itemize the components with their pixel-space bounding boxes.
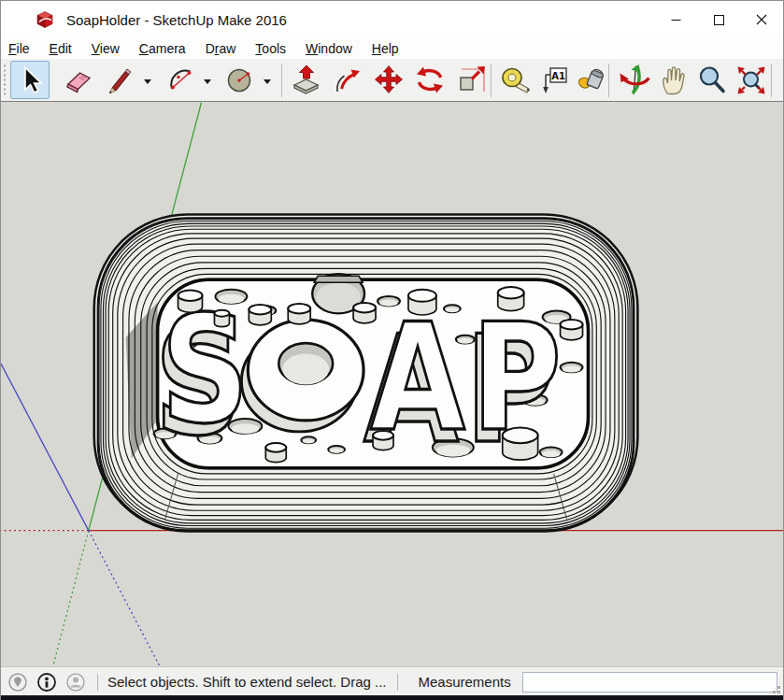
sign-in-icon[interactable]	[65, 672, 86, 693]
select-icon	[13, 64, 47, 97]
text-icon: A1	[538, 64, 572, 97]
menu-help[interactable]: Help	[365, 39, 406, 58]
follow-me-icon	[331, 64, 364, 97]
orbit-icon	[619, 64, 652, 97]
window-controls	[654, 1, 783, 38]
circle-tool-dropdown[interactable]	[261, 76, 274, 87]
line-tool-button[interactable]	[100, 61, 139, 99]
text-tool-label: A1	[551, 70, 565, 80]
viewport[interactable]: S A P S A P	[1, 102, 783, 666]
toolbar-separator	[281, 64, 282, 97]
circle-tool-button[interactable]	[221, 61, 261, 99]
arc-icon	[164, 64, 198, 97]
close-button[interactable]	[740, 1, 783, 38]
text-tool-button[interactable]: A1	[535, 61, 575, 99]
minimize-button[interactable]	[654, 1, 697, 38]
arc-tool-button[interactable]	[162, 61, 201, 99]
toolbar-grip[interactable]	[3, 64, 7, 97]
maximize-button[interactable]	[697, 1, 740, 38]
line-icon	[103, 64, 136, 97]
sketchup-logo-icon	[36, 10, 54, 29]
menu-edit[interactable]: Edit	[43, 39, 78, 58]
zoom-tool-button[interactable]	[692, 61, 732, 99]
scale-icon	[454, 64, 488, 97]
pan-icon	[658, 64, 691, 97]
scale-tool-button[interactable]	[451, 61, 491, 99]
zoom-extents-icon	[734, 64, 768, 97]
zoom-icon	[695, 64, 729, 97]
menu-view[interactable]: View	[85, 39, 126, 58]
circle-icon	[224, 64, 258, 97]
menu-file[interactable]: File	[2, 39, 36, 58]
letter-o	[248, 320, 363, 421]
minimize-icon	[671, 15, 681, 25]
measurements-label: Measurements	[418, 674, 510, 690]
maximize-icon	[714, 15, 724, 25]
toolbar-separator	[491, 64, 492, 97]
geolocation-icon[interactable]	[7, 672, 28, 693]
menu-tools[interactable]: Tools	[249, 39, 292, 58]
toolbar-separator	[771, 64, 772, 97]
toolbar: A1	[1, 59, 783, 102]
letter-s: S	[161, 284, 249, 456]
select-tool-button[interactable]	[10, 61, 50, 99]
push-pull-icon	[290, 64, 323, 97]
statusbar-separator	[97, 674, 98, 691]
paint-bucket-tool-button[interactable]	[571, 61, 610, 99]
window-title: SoapHolder - SketchUp Make 2016	[66, 12, 287, 28]
menu-camera[interactable]: Camera	[133, 39, 192, 58]
close-icon	[756, 14, 767, 25]
arc-tool-dropdown[interactable]	[201, 76, 214, 87]
move-icon	[372, 64, 406, 97]
tape-measure-icon	[499, 64, 533, 97]
toolbar-separator	[608, 64, 609, 97]
model-canvas[interactable]: S A P S A P	[1, 102, 783, 666]
rotate-tool-button[interactable]	[410, 61, 449, 99]
statusbar-separator	[397, 674, 398, 691]
move-tool-button[interactable]	[369, 61, 408, 99]
status-bar: Select objects. Shift to extend select. …	[1, 666, 783, 696]
eraser-icon	[62, 64, 95, 97]
rotate-icon	[413, 64, 447, 97]
menu-window[interactable]: Window	[299, 39, 359, 58]
line-tool-dropdown[interactable]	[141, 76, 154, 87]
sketchup-window: SoapHolder - SketchUp Make 2016 File Edi…	[0, 0, 784, 700]
measurements-input[interactable]	[522, 672, 777, 693]
window-bottom-edge	[1, 695, 783, 700]
paint-bucket-icon	[574, 64, 607, 97]
follow-me-tool-button[interactable]	[328, 61, 367, 99]
menu-bar: File Edit View Camera Draw Tools Window …	[1, 38, 783, 59]
credit-icon[interactable]	[36, 672, 57, 693]
eraser-tool-button[interactable]	[59, 61, 98, 99]
menu-draw[interactable]: Draw	[199, 39, 243, 58]
zoom-extents-tool-button[interactable]	[732, 61, 771, 99]
pan-tool-button[interactable]	[655, 61, 694, 99]
status-hint: Select objects. Shift to extend select. …	[107, 674, 386, 690]
orbit-tool-button[interactable]	[616, 61, 655, 99]
tape-measure-tool-button[interactable]	[496, 61, 535, 99]
push-pull-tool-button[interactable]	[287, 61, 326, 99]
